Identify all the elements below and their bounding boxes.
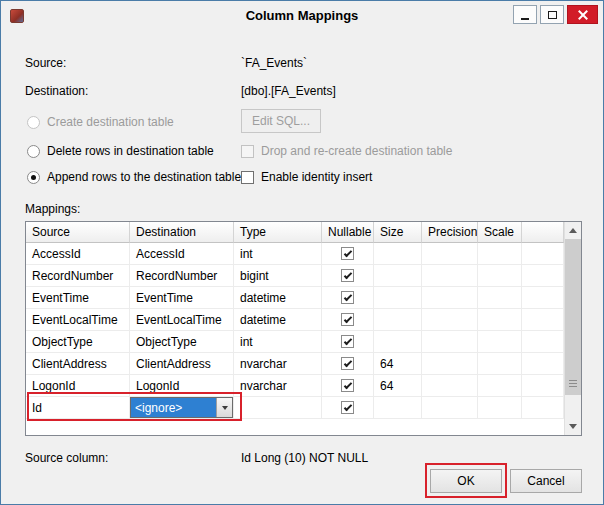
minimize-button[interactable] — [513, 5, 537, 24]
column-header-size[interactable]: Size — [374, 222, 422, 243]
table-row[interactable]: EventLocalTimeEventLocalTimedatetime — [26, 309, 564, 331]
table-cell — [478, 331, 522, 353]
nullable-checkbox[interactable] — [341, 247, 354, 260]
table-cell — [522, 397, 564, 419]
table-cell: ObjectType — [26, 331, 130, 353]
nullable-checkbox[interactable] — [341, 335, 354, 348]
table-cell: 64 — [374, 353, 422, 375]
table-row[interactable]: EventTimeEventTimedatetime — [26, 287, 564, 309]
table-cell: LogonId — [26, 375, 130, 397]
table-cell — [322, 353, 374, 375]
table-cell: EventLocalTime — [26, 309, 130, 331]
table-cell: ClientAddress — [26, 353, 130, 375]
table-cell — [522, 353, 564, 375]
table-cell — [522, 243, 564, 265]
table-cell — [374, 309, 422, 331]
table-cell — [322, 309, 374, 331]
table-cell: datetime — [234, 309, 322, 331]
table-cell: int — [234, 331, 322, 353]
radio-dot — [27, 145, 40, 158]
source-label: Source: — [25, 56, 66, 70]
vertical-scrollbar[interactable] — [564, 222, 581, 435]
radio-append-rows[interactable]: Append rows to the destination table — [27, 170, 241, 184]
column-header-scale[interactable]: Scale — [478, 222, 522, 243]
column-header-destination[interactable]: Destination — [130, 222, 234, 243]
table-cell — [522, 265, 564, 287]
radio-dot — [27, 116, 40, 129]
table-cell — [422, 243, 478, 265]
table-cell — [522, 287, 564, 309]
table-cell — [322, 331, 374, 353]
table-cell: AccessId — [130, 243, 234, 265]
table-row[interactable]: ObjectTypeObjectTypeint — [26, 331, 564, 353]
checkbox-drop-recreate: Drop and re-create destination table — [241, 144, 452, 158]
table-row[interactable]: AccessIdAccessIdint — [26, 243, 564, 265]
checkbox-identity-insert[interactable]: Enable identity insert — [241, 170, 372, 184]
table-cell: datetime — [234, 287, 322, 309]
column-header-source[interactable]: Source — [26, 222, 130, 243]
scroll-down-button[interactable] — [565, 418, 581, 435]
ok-button[interactable]: OK — [430, 469, 502, 493]
column-header-nullable[interactable]: Nullable — [322, 222, 374, 243]
table-cell — [478, 375, 522, 397]
table-cell: EventTime — [26, 287, 130, 309]
source-column-value: Id Long (10) NOT NULL — [241, 451, 368, 465]
mappings-label: Mappings: — [25, 202, 80, 216]
table-cell — [374, 265, 422, 287]
titlebar: Column Mappings — [1, 1, 603, 31]
caption-buttons — [513, 5, 598, 24]
maximize-button[interactable] — [540, 5, 564, 24]
arrow-down-icon — [569, 424, 577, 429]
mappings-table-body: AccessIdAccessIdintRecordNumberRecordNum… — [26, 243, 564, 419]
checkbox-box — [241, 171, 254, 184]
radio-label: Append rows to the destination table — [47, 170, 241, 184]
table-cell — [422, 397, 478, 419]
table-cell — [422, 353, 478, 375]
table-cell: LogonId — [130, 375, 234, 397]
table-cell: EventLocalTime — [130, 309, 234, 331]
table-row[interactable]: RecordNumberRecordNumberbigint — [26, 265, 564, 287]
nullable-checkbox[interactable] — [341, 269, 354, 282]
table-cell: Id — [26, 397, 130, 419]
radio-delete-rows[interactable]: Delete rows in destination table — [27, 144, 214, 158]
nullable-checkbox[interactable] — [341, 401, 354, 414]
table-cell — [422, 309, 478, 331]
table-cell — [522, 309, 564, 331]
nullable-checkbox[interactable] — [341, 291, 354, 304]
nullable-checkbox[interactable] — [341, 313, 354, 326]
column-header-precision[interactable]: Precision — [422, 222, 478, 243]
minimize-icon — [521, 18, 529, 20]
table-cell — [322, 287, 374, 309]
table-cell: bigint — [234, 265, 322, 287]
radio-create-destination-table: Create destination table — [27, 115, 174, 129]
cancel-button[interactable]: Cancel — [510, 469, 582, 493]
nullable-checkbox[interactable] — [341, 379, 354, 392]
mappings-table-header: Source Destination Type Nullable Size Pr… — [26, 222, 564, 243]
table-row[interactable]: ClientAddressClientAddressnvarchar64 — [26, 353, 564, 375]
scrollbar-thumb[interactable] — [565, 239, 581, 395]
table-cell — [422, 265, 478, 287]
table-row[interactable]: LogonIdLogonIdnvarchar64 — [26, 375, 564, 397]
close-button[interactable] — [567, 5, 598, 24]
table-cell: ClientAddress — [130, 353, 234, 375]
table-cell: ObjectType — [130, 331, 234, 353]
table-cell — [322, 397, 374, 419]
table-cell — [422, 331, 478, 353]
table-cell: EventTime — [130, 287, 234, 309]
table-cell — [478, 309, 522, 331]
table-cell — [374, 287, 422, 309]
table-cell — [478, 287, 522, 309]
scroll-up-button[interactable] — [565, 222, 581, 239]
mappings-table: Source Destination Type Nullable Size Pr… — [25, 221, 582, 436]
table-cell — [374, 243, 422, 265]
table-cell — [374, 331, 422, 353]
table-row[interactable]: Id<ignore> — [26, 397, 564, 419]
nullable-checkbox[interactable] — [341, 357, 354, 370]
destination-dropdown[interactable]: <ignore> — [130, 397, 233, 418]
column-header-type[interactable]: Type — [234, 222, 322, 243]
table-cell — [522, 375, 564, 397]
scrollbar-grip-icon — [569, 380, 577, 389]
table-cell — [478, 353, 522, 375]
chevron-down-icon[interactable] — [216, 398, 232, 417]
table-cell: nvarchar — [234, 353, 322, 375]
